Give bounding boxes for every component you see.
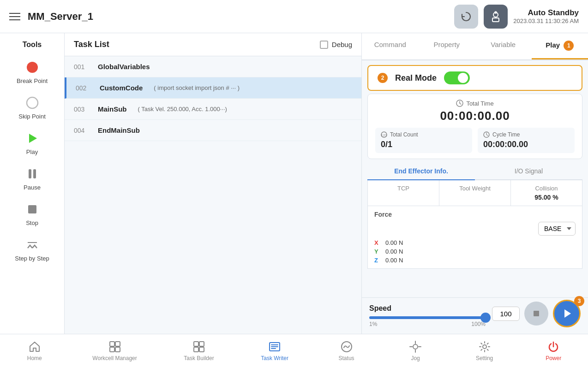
nav-status-label: Status — [339, 355, 354, 361]
svg-rect-22 — [194, 347, 198, 352]
header-right: Auto Standby 2023.03.31 11:30:26 AM — [454, 5, 579, 29]
svg-rect-6 — [29, 169, 31, 178]
svg-point-34 — [483, 345, 486, 349]
nav-item-task-builder[interactable]: Task Builder — [176, 337, 221, 364]
sidebar-item-break-point[interactable]: Break Point — [7, 56, 58, 88]
stop-button[interactable] — [524, 302, 548, 326]
effector-col-tcp: TCP — [368, 180, 439, 206]
tab-command[interactable]: Command — [362, 33, 419, 59]
tab-io-signal[interactable]: I/O Signal — [475, 163, 582, 180]
total-time-label: Total Time — [466, 100, 493, 107]
tab-variable[interactable]: Variable — [475, 33, 532, 59]
real-mode-toggle[interactable] — [444, 71, 470, 84]
total-count-label: Total Count — [390, 131, 418, 138]
table-row[interactable]: 001 GlobalVariables — [65, 56, 361, 77]
speed-labels: 1% 100% — [369, 321, 486, 327]
break-point-icon — [25, 60, 40, 75]
table-row[interactable]: 004 EndMainSub — [65, 120, 361, 141]
effector-cols: TCP Tool Weight Collision 95.00 % — [368, 180, 582, 206]
nav-item-home[interactable]: Home — [16, 337, 53, 364]
task-sub: ( Task Vel. 250.000, Acc. 1.000···) — [138, 106, 227, 112]
table-row[interactable]: 003 MainSub ( Task Vel. 250.000, Acc. 1.… — [65, 99, 361, 120]
nav-item-setting[interactable]: Setting — [466, 337, 503, 364]
bottom-nav: Home Workcell Manager Task Builder — [0, 334, 588, 367]
hamburger-menu[interactable] — [9, 13, 20, 20]
home-icon — [28, 340, 41, 353]
tab-property[interactable]: Property — [419, 33, 475, 59]
nav-workcell-label: Workcell Manager — [92, 355, 137, 361]
sidebar-item-step-by-step[interactable]: Step by Step — [7, 234, 58, 266]
task-writer-icon — [268, 340, 281, 353]
base-select: BASE TOOL USER — [374, 222, 576, 236]
effector-col-tool-weight: Tool Weight — [439, 180, 511, 206]
refresh-button[interactable] — [454, 5, 478, 29]
skip-point-label: Skip Point — [18, 113, 46, 120]
play-triangle-icon — [561, 308, 573, 320]
stats-area: Total Time 00:00:00.00 123 Total Count 0… — [367, 94, 582, 159]
force-section: Force BASE TOOL USER X 0.00 N Y 0. — [368, 206, 582, 268]
cycle-time-label: Cycle Time — [492, 131, 520, 138]
force-row-x: X 0.00 N — [374, 239, 576, 246]
nav-item-workcell-manager[interactable]: Workcell Manager — [85, 337, 144, 364]
nav-item-jog[interactable]: Jog — [397, 337, 434, 364]
tab-command-label: Command — [374, 41, 406, 48]
svg-rect-23 — [199, 347, 204, 352]
robot-icon — [489, 10, 502, 23]
header-left: MM_Server_1 — [9, 11, 93, 23]
effector-col-collision: Collision 95.00 % — [511, 180, 582, 206]
force-axis-x: X — [374, 239, 382, 246]
task-header: Task List Debug — [65, 33, 361, 56]
collision-header: Collision — [535, 185, 558, 192]
status-date: 2023.03.31 11:30:26 AM — [513, 18, 579, 24]
speed-label: Speed — [369, 304, 486, 313]
skip-point-icon — [25, 95, 40, 110]
tab-play[interactable]: Play 1 — [532, 33, 588, 59]
task-num: 002 — [76, 84, 92, 92]
settings-button[interactable] — [484, 5, 508, 29]
clock-icon — [456, 100, 463, 107]
step-by-step-label: Step by Step — [15, 255, 49, 262]
debug-checkbox[interactable] — [320, 41, 328, 49]
workcell-manager-icon — [108, 340, 121, 353]
svg-marker-15 — [564, 309, 571, 318]
speed-input[interactable] — [492, 307, 520, 321]
sidebar-item-stop[interactable]: Stop — [7, 198, 58, 230]
stop-square-icon — [532, 309, 541, 318]
debug-label: Debug — [332, 41, 352, 48]
svg-point-3 — [27, 62, 38, 73]
nav-item-status[interactable]: Status — [328, 337, 365, 364]
stop-label: Stop — [26, 219, 38, 226]
force-val-z: 0.00 N — [385, 257, 403, 264]
status-label: Auto Standby — [528, 8, 579, 18]
collision-value: 95.00 % — [516, 194, 576, 201]
count-icon: 123 — [381, 131, 387, 138]
force-axis-z: Z — [374, 257, 382, 264]
svg-rect-20 — [194, 342, 198, 346]
nav-jog-label: Jog — [411, 355, 420, 361]
table-row[interactable]: 002 CustomCode ( import socket import js… — [65, 77, 361, 99]
tools-title: Tools — [23, 41, 42, 49]
pause-label: Pause — [24, 184, 41, 191]
sidebar-item-play[interactable]: Play — [7, 127, 58, 159]
play-icon — [25, 131, 40, 146]
task-num: 004 — [74, 127, 90, 134]
speed-section: Speed 1% 100% — [362, 297, 588, 334]
base-dropdown[interactable]: BASE TOOL USER — [538, 222, 576, 236]
nav-setting-label: Setting — [476, 355, 493, 361]
real-mode-bar: 2 Real Mode — [367, 65, 582, 91]
sidebar-item-pause[interactable]: Pause — [7, 163, 58, 195]
break-point-label: Break Point — [17, 77, 48, 84]
svg-point-4 — [27, 97, 38, 108]
force-val-x: 0.00 N — [385, 239, 403, 246]
sidebar-item-skip-point[interactable]: Skip Point — [7, 92, 58, 124]
tab-io-signal-label: I/O Signal — [515, 167, 543, 175]
task-builder-icon — [192, 340, 205, 353]
svg-rect-16 — [110, 342, 114, 346]
tab-end-effector-info[interactable]: End Effector Info. — [367, 163, 475, 180]
force-vals: X 0.00 N Y 0.00 N Z 0.00 N — [374, 239, 576, 264]
effector-tabs: End Effector Info. I/O Signal — [367, 163, 582, 180]
nav-item-power[interactable]: Power — [535, 337, 572, 364]
svg-marker-5 — [29, 134, 37, 143]
nav-item-task-writer[interactable]: Task Writer — [253, 337, 296, 364]
tab-play-badge: 1 — [564, 41, 574, 51]
